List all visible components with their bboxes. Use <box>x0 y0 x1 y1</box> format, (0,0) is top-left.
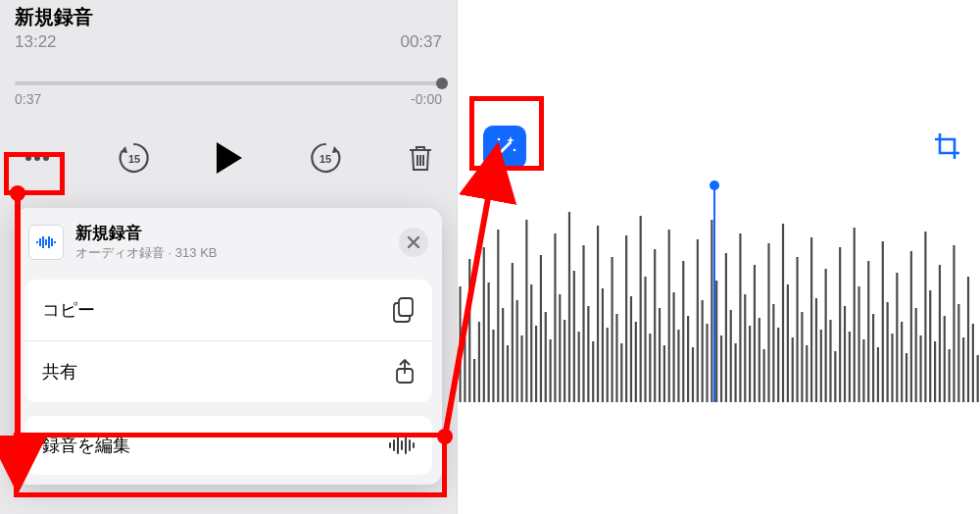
svg-rect-70 <box>715 281 717 402</box>
svg-rect-123 <box>967 277 969 402</box>
svg-rect-48 <box>612 257 613 402</box>
share-icon <box>395 359 415 385</box>
svg-rect-89 <box>806 345 808 402</box>
svg-rect-66 <box>697 239 699 402</box>
more-options-button[interactable] <box>15 143 60 173</box>
svg-rect-67 <box>702 300 704 402</box>
action-share[interactable]: 共有 <box>24 341 432 402</box>
voice-memo-panel: 新規録音 13:22 00:37 0:37 -0:00 15 <box>0 0 458 514</box>
share-file-subtitle: オーディオ録音 · 313 KB <box>75 244 217 262</box>
action-edit-recording[interactable]: 録音を編集 <box>24 416 432 475</box>
svg-rect-38 <box>564 320 565 402</box>
trash-icon <box>407 143 434 173</box>
svg-rect-19 <box>473 359 475 402</box>
play-button[interactable] <box>208 136 251 180</box>
svg-rect-44 <box>592 341 594 402</box>
svg-rect-39 <box>568 212 570 402</box>
close-icon <box>407 235 420 249</box>
svg-rect-32 <box>535 326 537 402</box>
svg-rect-75 <box>739 233 741 402</box>
svg-rect-110 <box>906 353 907 402</box>
svg-rect-100 <box>858 286 859 402</box>
svg-rect-35 <box>550 339 552 402</box>
svg-rect-55 <box>644 277 646 402</box>
svg-rect-30 <box>525 220 527 402</box>
svg-rect-93 <box>825 269 827 402</box>
skip-back-15-button[interactable]: 15 <box>113 136 156 180</box>
svg-rect-120 <box>953 245 955 402</box>
svg-rect-31 <box>530 284 532 402</box>
svg-rect-118 <box>944 316 946 402</box>
svg-rect-97 <box>844 306 846 402</box>
svg-rect-65 <box>692 347 694 402</box>
scrubber-track[interactable] <box>15 81 442 85</box>
svg-point-1 <box>34 155 40 161</box>
svg-point-2 <box>43 155 49 161</box>
svg-rect-108 <box>896 273 898 402</box>
skip-forward-15-button[interactable]: 15 <box>304 136 347 180</box>
svg-rect-72 <box>725 253 727 402</box>
share-sheet-header: 新規録音 オーディオ録音 · 313 KB <box>15 208 442 280</box>
svg-rect-125 <box>977 355 979 402</box>
waveform-svg <box>458 196 980 402</box>
svg-rect-78 <box>754 265 756 402</box>
action-edit-label: 録音を編集 <box>42 434 130 457</box>
ellipsis-icon <box>24 154 50 162</box>
play-icon <box>215 141 244 175</box>
skip-back-icon: 15 <box>117 140 152 176</box>
svg-rect-96 <box>839 247 841 402</box>
action-copy-label: コピー <box>42 298 95 322</box>
svg-rect-42 <box>582 245 584 402</box>
svg-rect-56 <box>649 334 651 402</box>
svg-rect-98 <box>849 332 851 402</box>
svg-rect-24 <box>497 230 499 402</box>
svg-rect-40 <box>573 271 575 402</box>
svg-rect-116 <box>934 341 936 402</box>
svg-rect-84 <box>782 224 784 402</box>
svg-rect-122 <box>962 337 964 402</box>
svg-rect-119 <box>949 349 951 402</box>
svg-rect-95 <box>834 351 836 402</box>
svg-rect-58 <box>659 308 661 402</box>
svg-rect-43 <box>587 306 589 402</box>
waveform-icon <box>389 436 415 455</box>
svg-rect-76 <box>744 294 746 402</box>
waveform-display[interactable] <box>458 196 980 402</box>
close-sheet-button[interactable] <box>399 228 428 257</box>
svg-rect-26 <box>507 345 509 402</box>
svg-rect-62 <box>677 330 679 402</box>
scrubber-knob[interactable] <box>436 77 448 89</box>
svg-rect-9 <box>48 236 50 248</box>
svg-rect-49 <box>615 314 617 402</box>
action-copy[interactable]: コピー <box>24 280 432 340</box>
svg-rect-80 <box>763 349 765 402</box>
crop-button[interactable] <box>929 128 966 165</box>
svg-rect-71 <box>720 335 722 402</box>
svg-point-0 <box>25 155 31 161</box>
enhance-button[interactable] <box>483 126 526 169</box>
svg-rect-88 <box>801 312 803 402</box>
svg-rect-51 <box>625 235 627 402</box>
svg-rect-104 <box>877 347 879 402</box>
svg-rect-59 <box>663 345 665 402</box>
svg-rect-54 <box>640 216 642 402</box>
svg-rect-77 <box>749 326 751 402</box>
share-action-list-2: 録音を編集 <box>24 416 432 475</box>
svg-rect-37 <box>559 294 561 402</box>
svg-rect-27 <box>512 263 514 402</box>
svg-rect-91 <box>815 298 817 402</box>
svg-text:15: 15 <box>318 153 330 165</box>
svg-rect-121 <box>957 304 959 402</box>
playhead[interactable] <box>713 186 715 402</box>
share-action-list: コピー 共有 <box>24 280 432 402</box>
svg-rect-53 <box>635 322 637 402</box>
scrubber[interactable]: 0:37 -0:00 <box>0 52 457 107</box>
svg-rect-52 <box>630 296 632 402</box>
svg-rect-16 <box>459 286 461 402</box>
svg-rect-94 <box>829 320 831 402</box>
svg-rect-33 <box>540 255 542 402</box>
svg-rect-61 <box>673 292 675 402</box>
svg-point-14 <box>498 138 501 141</box>
svg-rect-102 <box>867 261 869 402</box>
delete-button[interactable] <box>399 136 442 180</box>
